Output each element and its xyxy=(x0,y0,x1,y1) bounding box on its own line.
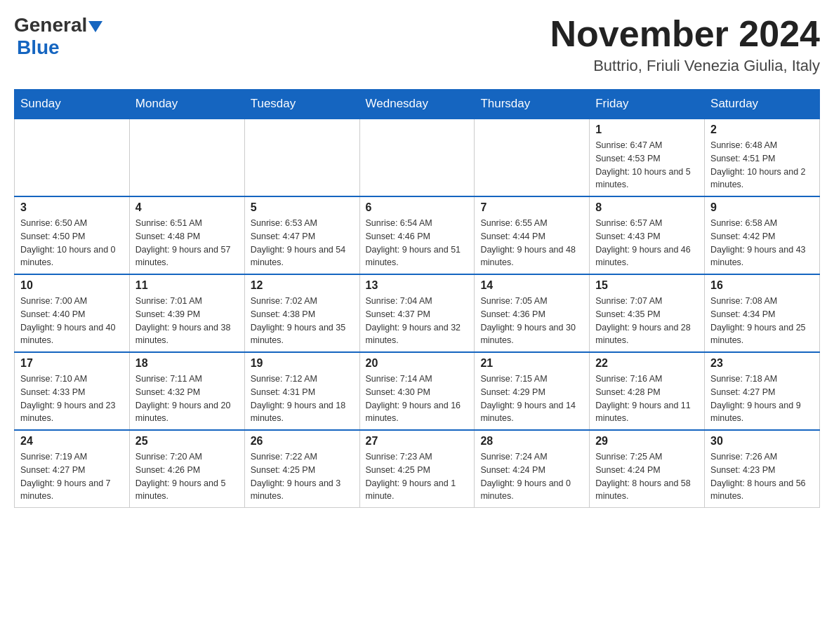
day-number: 1 xyxy=(595,123,699,136)
day-info: Sunrise: 6:54 AMSunset: 4:46 PMDaylight:… xyxy=(366,217,469,269)
day-number: 20 xyxy=(366,357,469,370)
calendar-cell-w2-d4: 7Sunrise: 6:55 AMSunset: 4:44 PMDaylight… xyxy=(475,196,590,274)
day-number: 23 xyxy=(710,357,814,370)
day-info: Sunrise: 7:02 AMSunset: 4:38 PMDaylight:… xyxy=(251,295,354,347)
calendar-cell-w1-d0 xyxy=(15,119,130,196)
calendar-cell-w2-d1: 4Sunrise: 6:51 AMSunset: 4:48 PMDaylight… xyxy=(129,196,244,274)
day-info: Sunrise: 7:08 AMSunset: 4:34 PMDaylight:… xyxy=(710,295,814,347)
calendar-cell-w4-d3: 20Sunrise: 7:14 AMSunset: 4:30 PMDayligh… xyxy=(359,352,475,430)
day-number: 14 xyxy=(480,279,583,292)
calendar-cell-w3-d4: 14Sunrise: 7:05 AMSunset: 4:36 PMDayligh… xyxy=(475,274,590,352)
calendar-cell-w4-d0: 17Sunrise: 7:10 AMSunset: 4:33 PMDayligh… xyxy=(15,352,130,430)
calendar-cell-w1-d5: 1Sunrise: 6:47 AMSunset: 4:53 PMDaylight… xyxy=(590,119,705,196)
day-number: 30 xyxy=(710,435,814,448)
header-saturday: Saturday xyxy=(705,90,820,119)
day-number: 24 xyxy=(20,435,124,448)
day-number: 4 xyxy=(135,201,239,214)
calendar-cell-w1-d4 xyxy=(475,119,590,196)
calendar-cell-w1-d3 xyxy=(359,119,475,196)
calendar-cell-w3-d6: 16Sunrise: 7:08 AMSunset: 4:34 PMDayligh… xyxy=(705,274,820,352)
title-section: November 2024 Buttrio, Friuli Venezia Gi… xyxy=(550,14,820,75)
day-info: Sunrise: 7:05 AMSunset: 4:36 PMDaylight:… xyxy=(480,295,583,347)
day-info: Sunrise: 7:26 AMSunset: 4:23 PMDaylight:… xyxy=(710,450,814,503)
day-number: 10 xyxy=(20,279,124,292)
day-number: 19 xyxy=(251,357,354,370)
day-number: 13 xyxy=(366,279,469,292)
day-number: 15 xyxy=(595,279,699,292)
header-thursday: Thursday xyxy=(475,90,590,119)
calendar-cell-w5-d4: 28Sunrise: 7:24 AMSunset: 4:24 PMDayligh… xyxy=(475,430,590,508)
calendar-cell-w1-d1 xyxy=(129,119,244,196)
day-info: Sunrise: 7:25 AMSunset: 4:24 PMDaylight:… xyxy=(595,450,699,503)
day-number: 8 xyxy=(595,201,699,214)
calendar-cell-w4-d6: 23Sunrise: 7:18 AMSunset: 4:27 PMDayligh… xyxy=(705,352,820,430)
day-info: Sunrise: 7:10 AMSunset: 4:33 PMDaylight:… xyxy=(20,373,124,425)
header-sunday: Sunday xyxy=(15,90,130,119)
day-info: Sunrise: 6:57 AMSunset: 4:43 PMDaylight:… xyxy=(595,217,699,269)
calendar-cell-w4-d1: 18Sunrise: 7:11 AMSunset: 4:32 PMDayligh… xyxy=(129,352,244,430)
week-row-3: 10Sunrise: 7:00 AMSunset: 4:40 PMDayligh… xyxy=(15,274,820,352)
calendar-cell-w5-d3: 27Sunrise: 7:23 AMSunset: 4:25 PMDayligh… xyxy=(359,430,475,508)
day-number: 11 xyxy=(135,279,239,292)
calendar-cell-w5-d6: 30Sunrise: 7:26 AMSunset: 4:23 PMDayligh… xyxy=(705,430,820,508)
day-info: Sunrise: 7:12 AMSunset: 4:31 PMDaylight:… xyxy=(251,373,354,425)
day-info: Sunrise: 6:48 AMSunset: 4:51 PMDaylight:… xyxy=(710,139,814,192)
day-number: 7 xyxy=(480,201,583,214)
day-info: Sunrise: 7:14 AMSunset: 4:30 PMDaylight:… xyxy=(366,373,469,425)
week-row-5: 24Sunrise: 7:19 AMSunset: 4:27 PMDayligh… xyxy=(15,430,820,508)
calendar-cell-w3-d5: 15Sunrise: 7:07 AMSunset: 4:35 PMDayligh… xyxy=(590,274,705,352)
day-number: 27 xyxy=(366,435,469,448)
day-info: Sunrise: 7:00 AMSunset: 4:40 PMDaylight:… xyxy=(20,295,124,347)
calendar-cell-w4-d2: 19Sunrise: 7:12 AMSunset: 4:31 PMDayligh… xyxy=(244,352,359,430)
header-monday: Monday xyxy=(129,90,244,119)
day-number: 9 xyxy=(710,201,814,214)
calendar-header-row: SundayMondayTuesdayWednesdayThursdayFrid… xyxy=(15,90,820,119)
day-info: Sunrise: 6:55 AMSunset: 4:44 PMDaylight:… xyxy=(480,217,583,269)
day-number: 28 xyxy=(480,435,583,448)
day-number: 16 xyxy=(710,279,814,292)
day-info: Sunrise: 7:01 AMSunset: 4:39 PMDaylight:… xyxy=(135,295,239,347)
day-number: 21 xyxy=(480,357,583,370)
day-number: 12 xyxy=(251,279,354,292)
calendar-subtitle: Buttrio, Friuli Venezia Giulia, Italy xyxy=(550,57,820,75)
day-info: Sunrise: 7:11 AMSunset: 4:32 PMDaylight:… xyxy=(135,373,239,425)
day-info: Sunrise: 6:50 AMSunset: 4:50 PMDaylight:… xyxy=(20,217,124,269)
week-row-2: 3Sunrise: 6:50 AMSunset: 4:50 PMDaylight… xyxy=(15,196,820,274)
day-number: 6 xyxy=(366,201,469,214)
day-info: Sunrise: 7:20 AMSunset: 4:26 PMDaylight:… xyxy=(135,450,239,503)
day-info: Sunrise: 7:19 AMSunset: 4:27 PMDaylight:… xyxy=(20,450,124,503)
calendar-cell-w3-d1: 11Sunrise: 7:01 AMSunset: 4:39 PMDayligh… xyxy=(129,274,244,352)
logo-triangle-icon xyxy=(88,21,102,32)
header-tuesday: Tuesday xyxy=(244,90,359,119)
calendar-cell-w3-d2: 12Sunrise: 7:02 AMSunset: 4:38 PMDayligh… xyxy=(244,274,359,352)
calendar-cell-w5-d1: 25Sunrise: 7:20 AMSunset: 4:26 PMDayligh… xyxy=(129,430,244,508)
day-info: Sunrise: 7:15 AMSunset: 4:29 PMDaylight:… xyxy=(480,373,583,425)
calendar-cell-w5-d2: 26Sunrise: 7:22 AMSunset: 4:25 PMDayligh… xyxy=(244,430,359,508)
calendar-cell-w4-d4: 21Sunrise: 7:15 AMSunset: 4:29 PMDayligh… xyxy=(475,352,590,430)
day-info: Sunrise: 7:04 AMSunset: 4:37 PMDaylight:… xyxy=(366,295,469,347)
day-info: Sunrise: 7:16 AMSunset: 4:28 PMDaylight:… xyxy=(595,373,699,425)
header-wednesday: Wednesday xyxy=(359,90,475,119)
calendar-cell-w2-d0: 3Sunrise: 6:50 AMSunset: 4:50 PMDaylight… xyxy=(15,196,130,274)
logo-general-text: General xyxy=(14,14,87,36)
week-row-1: 1Sunrise: 6:47 AMSunset: 4:53 PMDaylight… xyxy=(15,119,820,196)
day-number: 22 xyxy=(595,357,699,370)
header-friday: Friday xyxy=(590,90,705,119)
calendar-cell-w5-d0: 24Sunrise: 7:19 AMSunset: 4:27 PMDayligh… xyxy=(15,430,130,508)
calendar-cell-w3-d0: 10Sunrise: 7:00 AMSunset: 4:40 PMDayligh… xyxy=(15,274,130,352)
calendar-title: November 2024 xyxy=(550,14,820,54)
page-header: General Blue November 2024 Buttrio, Friu… xyxy=(14,14,820,75)
day-number: 29 xyxy=(595,435,699,448)
calendar-cell-w1-d2 xyxy=(244,119,359,196)
day-info: Sunrise: 7:07 AMSunset: 4:35 PMDaylight:… xyxy=(595,295,699,347)
logo: General Blue xyxy=(14,14,102,59)
week-row-4: 17Sunrise: 7:10 AMSunset: 4:33 PMDayligh… xyxy=(15,352,820,430)
calendar-cell-w5-d5: 29Sunrise: 7:25 AMSunset: 4:24 PMDayligh… xyxy=(590,430,705,508)
day-info: Sunrise: 6:53 AMSunset: 4:47 PMDaylight:… xyxy=(251,217,354,269)
logo-blue-text: Blue xyxy=(17,36,60,58)
day-number: 18 xyxy=(135,357,239,370)
calendar-cell-w2-d3: 6Sunrise: 6:54 AMSunset: 4:46 PMDaylight… xyxy=(359,196,475,274)
day-info: Sunrise: 7:23 AMSunset: 4:25 PMDaylight:… xyxy=(366,450,469,503)
day-number: 17 xyxy=(20,357,124,370)
day-number: 3 xyxy=(20,201,124,214)
